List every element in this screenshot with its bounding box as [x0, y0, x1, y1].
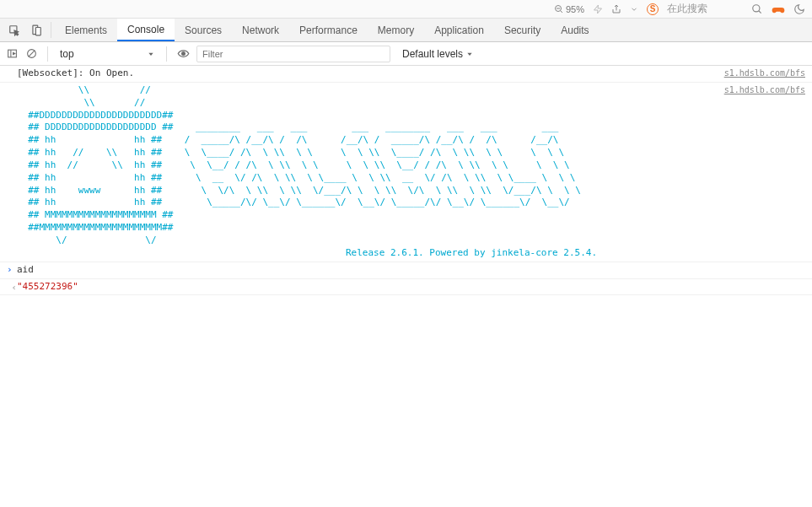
tab-security[interactable]: Security: [494, 19, 551, 41]
chevron-down-icon: [466, 51, 473, 57]
log-source-link[interactable]: s1.hdslb.com/bfs: [724, 84, 805, 96]
log-row: [Websocket]: On Open. s1.hdslb.com/bfs: [0, 66, 812, 83]
svg-point-5: [753, 4, 760, 11]
svg-point-16: [182, 52, 186, 56]
tab-performance[interactable]: Performance: [289, 19, 368, 41]
svg-marker-3: [594, 5, 602, 13]
inspect-element-icon[interactable]: [3, 19, 25, 41]
sogou-icon[interactable]: S: [647, 3, 659, 15]
share-icon[interactable]: [611, 4, 621, 14]
console-toolbar: top Default levels: [0, 42, 812, 66]
ascii-art: \\ // \\ // ##DDDDDDDDDDDDDDDDDDDDDD## #…: [17, 84, 581, 245]
repl-output-value: "455272396": [17, 281, 78, 294]
log-levels-selector[interactable]: Default levels: [402, 48, 473, 60]
tab-elements[interactable]: Elements: [55, 19, 117, 41]
browser-search-input[interactable]: 在此搜索: [667, 2, 743, 16]
toggle-sidebar-icon[interactable]: [5, 48, 19, 59]
output-chevron-icon: ›: [7, 281, 17, 294]
log-message: [Websocket]: On Open.: [17, 67, 724, 80]
svg-marker-12: [13, 52, 15, 54]
svg-marker-15: [148, 52, 153, 55]
tab-audits[interactable]: Audits: [551, 19, 599, 41]
tab-application[interactable]: Application: [424, 19, 494, 41]
log-row: \\ // \\ // ##DDDDDDDDDDDDDDDDDDDDDD## #…: [0, 83, 812, 262]
browser-top-bar: 95% S 在此搜索: [0, 0, 812, 19]
filter-input[interactable]: [196, 46, 390, 62]
log-source-link[interactable]: s1.hdslb.com/bfs: [724, 67, 805, 79]
prompt-chevron-icon: ›: [7, 264, 17, 277]
chevron-down-icon: [148, 51, 154, 57]
svg-rect-9: [35, 27, 40, 35]
gamepad-icon[interactable]: [772, 3, 785, 16]
levels-label: Default levels: [402, 48, 463, 60]
tab-network[interactable]: Network: [232, 19, 289, 41]
moon-icon[interactable]: [793, 3, 805, 15]
tab-sources[interactable]: Sources: [175, 19, 232, 41]
release-line: Release 2.6.1. Powered by jinkela-core 2…: [346, 247, 597, 260]
svg-line-2: [560, 10, 562, 13]
svg-line-14: [29, 51, 35, 57]
context-selector[interactable]: top: [56, 46, 158, 62]
repl-output-row: › "455272396": [0, 279, 812, 296]
device-toggle-icon[interactable]: [25, 19, 47, 41]
zoom-percent: 95%: [566, 4, 584, 14]
repl-input-row[interactable]: › aid: [0, 262, 812, 279]
zoom-out-icon: [554, 4, 564, 14]
context-label: top: [60, 48, 74, 60]
log-message: \\ // \\ // ##DDDDDDDDDDDDDDDDDDDDDD## #…: [17, 84, 724, 260]
tab-console[interactable]: Console: [117, 19, 175, 41]
console-output: [Websocket]: On Open. s1.hdslb.com/bfs \…: [0, 66, 812, 295]
search-icon[interactable]: [751, 3, 763, 15]
repl-input-code: aid: [17, 264, 34, 277]
chevron-down-icon[interactable]: [630, 5, 638, 13]
svg-line-6: [759, 10, 761, 13]
lightning-icon[interactable]: [593, 4, 603, 14]
devtools-tab-bar: Elements Console Sources Network Perform…: [0, 19, 812, 42]
clear-console-icon[interactable]: [24, 48, 39, 59]
zoom-control[interactable]: 95%: [554, 4, 584, 14]
tab-memory[interactable]: Memory: [368, 19, 424, 41]
svg-marker-17: [467, 52, 471, 55]
live-expression-icon[interactable]: [175, 47, 191, 60]
